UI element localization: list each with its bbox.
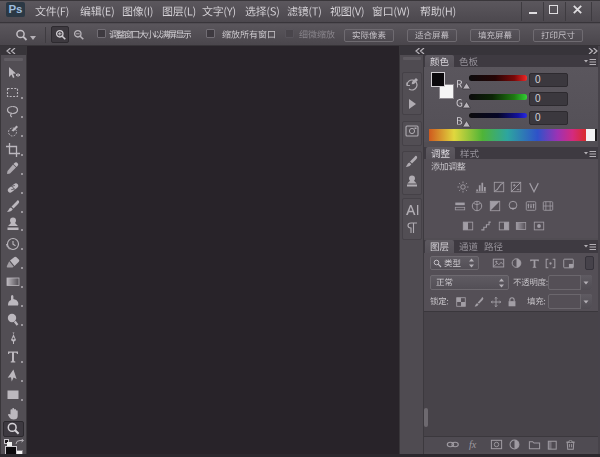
svg-text:fx: fx [469,439,477,450]
